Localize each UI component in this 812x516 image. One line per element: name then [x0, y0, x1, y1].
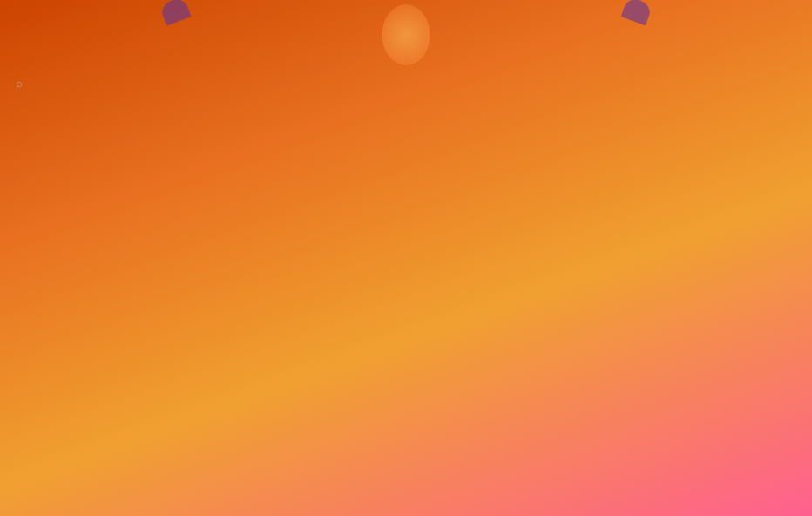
rp-art-5 — [680, 367, 791, 472]
content-area: Listen Now Top Picks Made for You Apple … — [164, 78, 812, 516]
rp-card-5[interactable] — [680, 367, 791, 472]
recently-played-row: OLD STREET GUATEMALA SU — [185, 367, 791, 472]
main-content: ⇄ ⏮ ⏸ ⏭ ↻ Party Girls (feat. Buju Banton… — [164, 33, 812, 516]
app-container: Music ▶ Listen Now ⊞ Browse 📻 Radio — [0, 33, 812, 516]
